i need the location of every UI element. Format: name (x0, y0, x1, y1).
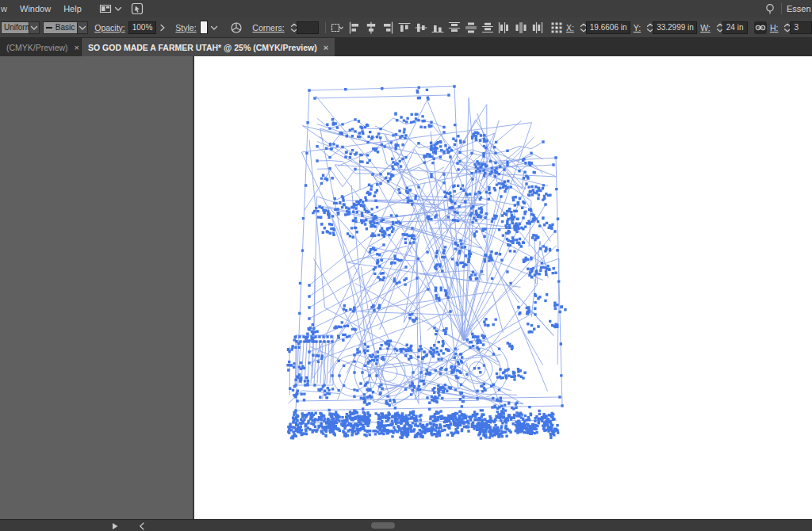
vertical-align-center-icon[interactable] (415, 21, 427, 34)
document-tab[interactable]: (CMYK/Preview) × (0, 38, 82, 56)
search-icon[interactable] (764, 2, 776, 15)
chevron-down-icon[interactable] (29, 21, 40, 34)
horizontal-align-right-icon[interactable] (381, 21, 394, 34)
x-field[interactable]: 19.6606 in (586, 21, 630, 34)
h-link[interactable]: H: (770, 23, 779, 32)
w-link[interactable]: W: (700, 23, 710, 32)
tab-label: SO GOD MADE A FARMER UTAH* @ 25% (CMYK/P… (88, 43, 317, 52)
opacity-field[interactable]: 100% (128, 21, 157, 34)
arrange-documents-icon[interactable] (99, 2, 112, 15)
y-field[interactable]: 33.2999 in (653, 21, 697, 34)
opacity-expander-icon[interactable] (156, 21, 169, 34)
document-tab-bar: (CMYK/Preview) × SO GOD MADE A FARMER UT… (0, 38, 812, 56)
vertical-align-bottom-icon[interactable] (431, 21, 444, 34)
workspace-switcher[interactable]: Essen (787, 4, 812, 13)
style-swatch[interactable] (200, 21, 209, 34)
vertical-distribute-top-icon[interactable] (448, 21, 461, 34)
close-icon[interactable]: × (324, 43, 328, 52)
horizontal-distribute-center-icon[interactable] (515, 21, 527, 34)
document-tab-active[interactable]: SO GOD MADE A FARMER UTAH* @ 25% (CMYK/P… (82, 38, 335, 56)
selected-artwork[interactable] (194, 56, 812, 519)
chevron-down-icon[interactable] (78, 21, 88, 34)
vertical-align-top-icon[interactable] (398, 21, 411, 34)
artboard-canvas[interactable] (194, 56, 812, 519)
chevron-down-icon[interactable] (208, 21, 220, 34)
divider (325, 22, 326, 33)
align-to-selection-icon[interactable] (331, 21, 343, 34)
stroke-preview-line (46, 27, 52, 29)
control-bar: Uniform Basic Opacity: 100% Style: Corne… (0, 17, 812, 38)
align-tools (348, 21, 544, 34)
close-icon[interactable]: × (75, 43, 79, 52)
menu-bar: w Window Help Essen (0, 0, 812, 17)
work-area (0, 56, 812, 519)
horizontal-align-center-icon[interactable] (365, 21, 377, 34)
corners-field[interactable] (297, 21, 320, 34)
reference-point-icon[interactable] (550, 21, 563, 34)
corners-stepper[interactable] (288, 21, 297, 34)
chevron-left-icon[interactable] (136, 520, 148, 531)
width-profile-dropdown[interactable]: Uniform (1, 21, 29, 34)
y-link[interactable]: Y: (634, 23, 641, 32)
scrollbar-thumb[interactable] (371, 522, 395, 529)
touch-workspace-icon[interactable] (131, 2, 144, 15)
x-stepper[interactable] (577, 21, 586, 34)
x-link[interactable]: X: (566, 23, 574, 32)
vertical-distribute-center-icon[interactable] (465, 21, 477, 34)
w-stepper[interactable] (714, 21, 722, 34)
menu-item-partial[interactable]: w (0, 4, 13, 13)
h-field[interactable]: 3 (790, 21, 812, 34)
horizontal-distribute-right-icon[interactable] (531, 21, 544, 34)
style-link[interactable]: Style: (175, 23, 196, 32)
divider (781, 3, 782, 14)
stroke-style-dropdown[interactable]: Basic (43, 21, 78, 34)
pasteboard-left-panel (0, 56, 194, 519)
vertical-distribute-bottom-icon[interactable] (481, 21, 494, 34)
corners-link[interactable]: Corners: (252, 23, 284, 32)
menu-item-window[interactable]: Window (13, 4, 57, 13)
opacity-link[interactable]: Opacity: (94, 23, 125, 32)
chevron-down-icon[interactable] (112, 2, 124, 15)
horizontal-distribute-left-icon[interactable] (498, 21, 511, 34)
horizontal-scrollbar[interactable] (0, 519, 812, 531)
constrain-proportions-icon[interactable] (754, 21, 767, 34)
menu-item-help[interactable]: Help (57, 4, 88, 13)
w-field[interactable]: 24 in (722, 21, 748, 34)
h-stepper[interactable] (781, 21, 790, 34)
y-stepper[interactable] (644, 21, 653, 34)
play-icon[interactable] (109, 520, 121, 531)
horizontal-align-left-icon[interactable] (348, 21, 361, 34)
tab-label: (CMYK/Preview) (6, 43, 68, 52)
recolor-artwork-icon[interactable] (230, 21, 243, 34)
